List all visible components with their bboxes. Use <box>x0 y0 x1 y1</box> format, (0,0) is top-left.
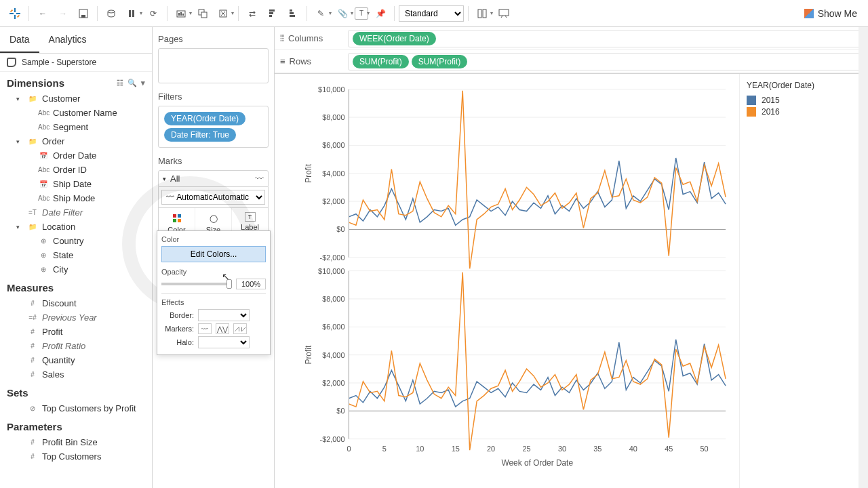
field-order-date[interactable]: 📅Order Date <box>0 148 152 163</box>
field-country[interactable]: ⊕Country <box>0 234 152 248</box>
border-select[interactable] <box>198 309 250 321</box>
field-state[interactable]: ⊕State <box>0 248 152 262</box>
filter-pill[interactable]: YEAR(Order Date) <box>164 112 245 125</box>
halo-select[interactable] <box>198 336 250 348</box>
tab-analytics[interactable]: Analytics <box>39 27 96 53</box>
clear-dropdown[interactable]: ▾ <box>214 4 234 23</box>
marker-some[interactable]: ⋀⋁ <box>216 323 229 334</box>
data-pane: Data Analytics Sample - Superstore Dimen… <box>0 27 153 488</box>
field-order-id[interactable]: AbcOrder ID <box>0 163 152 177</box>
field-city[interactable]: ⊕City <box>0 262 152 277</box>
field-segment[interactable]: AbcSegment <box>0 120 152 134</box>
svg-text:5: 5 <box>382 445 387 453</box>
mark-type-select[interactable]: 〰 AutomaticAutomatic <box>161 190 265 205</box>
highlight-dropdown[interactable]: ✎▾ <box>311 4 332 23</box>
legend-item[interactable]: 2016 <box>747 107 861 117</box>
sort-asc-icon[interactable] <box>263 4 282 23</box>
save-icon[interactable] <box>74 4 93 23</box>
field-profit[interactable]: #Profit <box>0 325 152 339</box>
cards-dropdown[interactable]: ▾ <box>473 4 493 23</box>
marker-all[interactable]: ⩘⩗ <box>233 323 247 334</box>
edit-colors-button[interactable]: Edit Colors... <box>161 246 266 262</box>
fit-selector[interactable]: Standard <box>399 5 464 22</box>
svg-rect-12 <box>178 13 180 16</box>
svg-text:Profit: Profit <box>304 163 313 182</box>
svg-rect-2 <box>9 13 14 14</box>
back-icon[interactable]: ← <box>33 4 52 23</box>
svg-text:35: 35 <box>593 445 601 453</box>
field-order[interactable]: ▾📁Order <box>0 134 152 148</box>
menu-caret-icon[interactable]: ▾ <box>141 79 145 87</box>
svg-text:$2,000: $2,000 <box>322 197 344 205</box>
svg-text:$2,000: $2,000 <box>322 379 344 387</box>
svg-rect-27 <box>483 9 486 18</box>
view-as-icon[interactable]: ☷ <box>117 79 123 87</box>
svg-text:10: 10 <box>416 445 424 453</box>
filters-shelf[interactable]: YEAR(Order Date)Date Filter: True <box>158 106 269 148</box>
svg-text:$4,000: $4,000 <box>322 351 344 359</box>
columns-shelf[interactable]: WEEK(Order Date) <box>348 30 863 47</box>
refresh-icon[interactable]: ⟳ <box>144 4 163 23</box>
labels-dropdown[interactable]: T▾ <box>355 7 370 20</box>
chart-area[interactable]: -$2,000$0$2,000$4,000$6,000$8,000$10,000… <box>275 74 739 488</box>
group-dropdown[interactable]: 📎▾ <box>333 4 353 23</box>
opacity-label: Opacity <box>161 268 266 276</box>
opacity-slider[interactable] <box>161 283 232 285</box>
field-top-customers[interactable]: #Top Customers <box>0 449 152 464</box>
pause-updates-dropdown[interactable]: ▾ <box>122 4 142 23</box>
field-profit-ratio[interactable]: #Profit Ratio <box>0 339 152 353</box>
field-top-customers-by-profit[interactable]: ⊘Top Customers by Profit <box>0 401 152 415</box>
svg-text:Week of Order Date: Week of Order Date <box>502 458 574 468</box>
new-worksheet-dropdown[interactable]: ▾ <box>172 4 192 23</box>
datasource-row[interactable]: Sample - Superstore <box>0 54 152 72</box>
field-ship-mode[interactable]: AbcShip Mode <box>0 191 152 205</box>
legend-item[interactable]: 2015 <box>747 96 861 105</box>
chart-viz[interactable]: -$2,000$0$2,000$4,000$6,000$8,000$10,000… <box>302 81 732 481</box>
effects-label: Effects <box>161 298 266 306</box>
svg-text:30: 30 <box>558 445 566 453</box>
pin-icon[interactable]: 📌 <box>371 4 390 23</box>
field-ship-date[interactable]: 📅Ship Date <box>0 177 152 191</box>
field-quantity[interactable]: #Quantity <box>0 353 152 367</box>
field-customer[interactable]: ▾📁Customer <box>0 92 152 106</box>
pages-shelf[interactable] <box>158 48 269 83</box>
duplicate-icon[interactable] <box>193 4 212 23</box>
field-sales[interactable]: #Sales <box>0 367 152 382</box>
svg-point-8 <box>108 10 115 13</box>
marker-none[interactable]: 〰 <box>198 323 212 334</box>
tab-data[interactable]: Data <box>0 27 39 53</box>
swap-icon[interactable]: ⇄ <box>243 4 262 23</box>
scrollbar[interactable] <box>859 27 868 488</box>
svg-text:50: 50 <box>701 445 709 453</box>
svg-text:-$2,000: -$2,000 <box>320 435 345 443</box>
svg-rect-3 <box>16 13 20 14</box>
opacity-value[interactable]: 100% <box>236 279 266 289</box>
field-location[interactable]: ▾📁Location <box>0 220 152 234</box>
filter-pill[interactable]: Date Filter: True <box>164 128 236 142</box>
marks-all-header[interactable]: ▾All 〰 <box>158 170 269 187</box>
svg-text:25: 25 <box>522 445 530 453</box>
sort-desc-icon[interactable] <box>283 4 302 23</box>
show-me-button[interactable]: Show Me <box>799 5 863 22</box>
field-discount[interactable]: #Discount <box>0 296 152 310</box>
presentation-icon[interactable] <box>494 4 513 23</box>
svg-text:$0: $0 <box>336 225 344 233</box>
color-legend[interactable]: YEAR(Order Date) 20152016 <box>739 74 868 488</box>
row-pill[interactable]: SUM(Profit) <box>353 55 409 68</box>
field-previous-year[interactable]: =#Previous Year <box>0 310 152 325</box>
search-icon[interactable]: 🔍 <box>127 79 137 87</box>
rows-shelf[interactable]: SUM(Profit)SUM(Profit) <box>348 53 863 70</box>
field-date-filter[interactable]: =TDate Filter <box>0 205 152 220</box>
forward-icon[interactable]: → <box>54 4 73 23</box>
logo-icon[interactable] <box>5 4 24 23</box>
field-customer-name[interactable]: AbcCustomer Name <box>0 106 152 120</box>
svg-text:$10,000: $10,000 <box>318 267 344 275</box>
field-profit-bin-size[interactable]: #Profit Bin Size <box>0 435 152 449</box>
column-pill[interactable]: WEEK(Order Date) <box>353 32 436 45</box>
svg-text:Profit: Profit <box>304 345 313 364</box>
columns-label: ⦙⦙⦙Columns <box>280 33 348 44</box>
parameters-header: Parameters <box>0 415 152 435</box>
svg-rect-13 <box>180 12 182 16</box>
new-datasource-icon[interactable] <box>102 4 121 23</box>
row-pill[interactable]: SUM(Profit) <box>412 55 468 68</box>
